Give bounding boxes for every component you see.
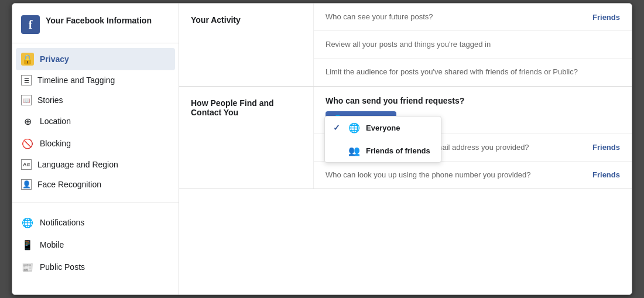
limit-audience-text: Limit the audience for posts you've shar…: [326, 67, 620, 77]
sidebar-label-timeline: Timeline and Tagging: [37, 76, 115, 85]
your-activity-section: Your Activity Who can see your future po…: [179, 4, 632, 87]
location-icon: ⊕: [21, 115, 34, 128]
phone-lookup-text: Who can look you up using the phone numb…: [326, 170, 581, 180]
option-everyone-label: Everyone: [366, 124, 400, 132]
option-friends-label: Friends of friends: [366, 146, 430, 155]
sidebar-header: f Your Facebook Information: [12, 4, 179, 43]
your-activity-label: Your Activity: [179, 4, 314, 86]
face-icon: 👤: [21, 179, 32, 190]
sidebar-nav-main: 🔒 Privacy ☰ Timeline and Tagging 📖 Stori…: [12, 43, 179, 199]
friend-requests-header: Who can send you friend requests?: [314, 87, 632, 111]
limit-audience-row[interactable]: Limit the audience for posts you've shar…: [314, 59, 632, 85]
facebook-logo: f: [21, 15, 40, 34]
sidebar-item-blocking[interactable]: 🚫 Blocking: [12, 132, 179, 155]
sidebar-label-location: Location: [40, 117, 71, 126]
find-label: How People Find and Contact You: [179, 87, 314, 189]
block-icon: 🚫: [21, 137, 34, 150]
sidebar-label-face: Face Recognition: [37, 180, 101, 189]
your-activity-content: Who can see your future posts? Friends R…: [314, 4, 632, 86]
phone-lookup-row[interactable]: Who can look you up using the phone numb…: [314, 162, 632, 189]
globe-option-icon: 🌐: [348, 122, 360, 133]
lock-icon: 🔒: [21, 53, 34, 66]
sidebar-nav-secondary: 🌐 Notifications 📱 Mobile 📰 Public Posts: [12, 207, 179, 283]
find-content: Who can send you friend requests? 🌐 Ever…: [314, 87, 632, 189]
sidebar-item-timeline[interactable]: ☰ Timeline and Tagging: [12, 70, 179, 90]
sidebar-item-privacy[interactable]: 🔒 Privacy: [16, 48, 175, 70]
friends-icon: 👥: [348, 145, 360, 156]
sidebar-item-public-posts[interactable]: 📰 Public Posts: [12, 256, 179, 278]
sidebar: f Your Facebook Information 🔒 Privacy ☰ …: [12, 4, 179, 294]
globe-icon: 🌐: [21, 216, 34, 229]
sidebar-divider: [12, 203, 179, 203]
sidebar-item-face[interactable]: 👤 Face Recognition: [12, 174, 179, 194]
sidebar-item-stories[interactable]: 📖 Stories: [12, 90, 179, 110]
list-icon: ☰: [21, 75, 32, 85]
future-posts-row[interactable]: Who can see your future posts? Friends: [314, 4, 632, 31]
main-content: Your Activity Who can see your future po…: [179, 4, 632, 294]
option-friends-of-friends[interactable]: 👥 Friends of friends: [325, 139, 441, 162]
empty-check: [333, 146, 342, 155]
settings-window: f Your Facebook Information 🔒 Privacy ☰ …: [12, 3, 632, 295]
checkmark-icon: ✓: [333, 123, 342, 132]
sidebar-label-language: Language and Region: [37, 160, 118, 169]
sidebar-item-notifications[interactable]: 🌐 Notifications: [12, 211, 179, 234]
sidebar-label-public-posts: Public Posts: [40, 262, 85, 272]
future-posts-value: Friends: [592, 13, 620, 22]
sidebar-label-blocking: Blocking: [40, 139, 71, 148]
sidebar-label-notifications: Notifications: [40, 218, 84, 227]
phone-lookup-value: Friends: [592, 170, 620, 179]
sidebar-item-mobile[interactable]: 📱 Mobile: [12, 234, 179, 256]
your-activity-row: Your Activity Who can see your future po…: [179, 4, 632, 86]
mobile-icon: 📱: [21, 238, 34, 251]
main-inner: Your Activity Who can see your future po…: [179, 4, 632, 294]
everyone-dropdown-menu: ✓ 🌐 Everyone 👥 Friends of friends: [324, 116, 441, 163]
sidebar-item-language[interactable]: Aα Language and Region: [12, 155, 179, 174]
future-posts-text: Who can see your future posts?: [326, 12, 581, 22]
find-section-row: How People Find and Contact You Who can …: [179, 87, 632, 189]
rss-icon: 📰: [21, 261, 34, 273]
option-everyone[interactable]: ✓ 🌐 Everyone: [325, 117, 441, 139]
sidebar-label-stories: Stories: [37, 95, 63, 105]
sidebar-label-mobile: Mobile: [40, 240, 64, 249]
how-people-find-section: How People Find and Contact You Who can …: [179, 87, 632, 189]
review-posts-row[interactable]: Review all your posts and things you're …: [314, 31, 632, 59]
sidebar-title: Your Facebook Information: [46, 15, 152, 26]
review-posts-text: Review all your posts and things you're …: [326, 39, 620, 50]
book-icon: 📖: [21, 95, 32, 105]
sidebar-item-location[interactable]: ⊕ Location: [12, 110, 179, 132]
sidebar-label-privacy: Privacy: [40, 54, 69, 64]
email-lookup-value: Friends: [592, 143, 620, 152]
language-icon: Aα: [21, 159, 32, 170]
